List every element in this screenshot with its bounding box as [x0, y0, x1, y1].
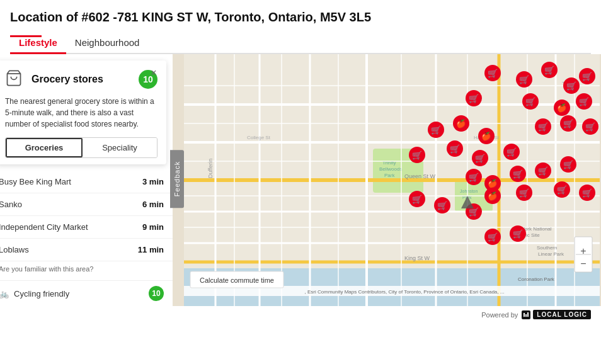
map-svg: Trinity Bellwoods Park Johnston Park [173, 54, 601, 306]
list-item: Sanko 6 min [0, 193, 173, 216]
svg-text:Bellwoods: Bellwoods [379, 166, 402, 172]
feedback-button[interactable]: Feedback [170, 150, 184, 208]
category-tab-switcher: Groceries Speciality [5, 137, 157, 158]
svg-text:🛒: 🛒 [585, 122, 596, 132]
main-area: × Grocery stores 10 The nearest general … [0, 54, 601, 306]
popup-title: Grocery stores [31, 74, 139, 85]
cycling-friendly-bar: 🚲 Cycling friendly [0, 289, 69, 299]
svg-text:🍎: 🍎 [456, 118, 467, 129]
svg-text:Southern: Southern [537, 245, 557, 251]
svg-text:🛒: 🛒 [563, 159, 574, 170]
svg-text:Johnston: Johnston [460, 189, 478, 193]
svg-text:🛒: 🛒 [437, 200, 448, 211]
svg-text:College St: College St [247, 135, 271, 140]
svg-text:🛒: 🛒 [412, 194, 423, 205]
grocery-icon [5, 69, 25, 89]
tab-lifestyle[interactable]: Lifestyle [10, 32, 66, 53]
close-button[interactable]: × [146, 65, 161, 81]
svg-text:Park: Park [384, 173, 395, 178]
list-item: Loblaws 11 min [0, 275, 173, 280]
svg-text:🛒: 🛒 [507, 147, 517, 157]
svg-text:🛒: 🛒 [582, 188, 593, 198]
svg-text:🛒: 🛒 [488, 68, 498, 79]
svg-rect-125 [527, 312, 529, 317]
svg-text:🛒: 🛒 [519, 188, 530, 198]
svg-text:🛒: 🛒 [579, 96, 590, 107]
svg-text:−: − [580, 258, 586, 269]
cycling-icon: 🚲 [0, 289, 9, 299]
local-logic-logo: LOCAL LOGIC [533, 310, 591, 319]
svg-text:🛒: 🛒 [519, 74, 530, 85]
svg-text:Dufferin: Dufferin [207, 159, 214, 178]
svg-text:🛒: 🛒 [450, 144, 461, 154]
svg-text:🛒: 🛒 [538, 166, 549, 176]
svg-text:🍎: 🍎 [488, 191, 498, 202]
svg-text:🛒: 🛒 [557, 185, 568, 195]
svg-text:🛒: 🛒 [563, 118, 574, 129]
svg-text:Calculate commute time: Calculate commute time [200, 276, 274, 284]
grocery-popup: × Grocery stores 10 The nearest general … [0, 60, 166, 164]
svg-text:🍎: 🍎 [481, 131, 492, 142]
svg-text:🛒: 🛒 [469, 172, 479, 183]
cycling-label: Cycling friendly [14, 289, 69, 299]
svg-text:🛒: 🛒 [544, 65, 555, 76]
powered-by-text: Powered by [481, 311, 518, 319]
feedback-tab-container: Feedback [170, 150, 184, 210]
page-title: Location of #602 -781 KING ST W, Toronto… [10, 10, 591, 25]
svg-text:🛒: 🛒 [412, 150, 423, 161]
svg-text:🛒: 🛒 [513, 229, 524, 239]
map-container: Trinity Bellwoods Park Johnston Park [173, 54, 601, 306]
svg-text:🛒: 🛒 [513, 169, 524, 179]
svg-text:🛒: 🛒 [582, 71, 593, 82]
speciality-tab-btn[interactable]: Speciality [83, 138, 157, 157]
store-list: Busy Bee King Mart 3 min Sanko 6 min Ind… [0, 171, 173, 280]
svg-text:🍎: 🍎 [557, 103, 568, 113]
powered-by-section: Powered by LOCAL LOGIC [0, 306, 601, 323]
svg-text:🛒: 🛒 [538, 122, 549, 132]
svg-text:King St W: King St W [404, 255, 430, 261]
tab-neighbourhood[interactable]: Neighbourhood [66, 32, 149, 53]
svg-text:🛒: 🛒 [431, 125, 442, 135]
popup-description: The nearest general grocery store is wit… [0, 96, 166, 137]
familiar-with-area-text: Are you familiar with this area? [0, 261, 173, 275]
svg-rect-124 [525, 314, 527, 317]
svg-text:🛒: 🛒 [488, 232, 498, 242]
list-item: Loblaws 11 min [0, 239, 173, 261]
svg-text:🛒: 🛒 [525, 96, 536, 107]
svg-text:Linear Park: Linear Park [538, 251, 564, 257]
cycling-score: 10 [149, 286, 164, 301]
local-logic-icon [522, 310, 530, 319]
svg-rect-123 [524, 313, 525, 317]
tabs-container: Lifestyle Neighbourhood [10, 32, 591, 54]
svg-text:Queen St W: Queen St W [404, 173, 436, 179]
list-item: Busy Bee King Mart 3 min [0, 171, 173, 193]
sidebar: × Grocery stores 10 The nearest general … [0, 54, 173, 306]
svg-text:🛒: 🛒 [566, 81, 577, 91]
popup-header: Grocery stores 10 [0, 60, 166, 96]
svg-text:🍎: 🍎 [488, 178, 498, 189]
svg-text:🛒: 🛒 [469, 93, 479, 104]
svg-text:, Esri Community Maps Contribu: , Esri Community Maps Contributors, City… [305, 289, 505, 295]
list-item: Independent City Market 9 min [0, 216, 173, 239]
svg-text:🛒: 🛒 [475, 153, 486, 164]
svg-text:Coronation Park: Coronation Park [518, 276, 555, 282]
map-area: Trinity Bellwoods Park Johnston Park [173, 54, 601, 306]
groceries-tab-btn[interactable]: Groceries [6, 138, 83, 157]
